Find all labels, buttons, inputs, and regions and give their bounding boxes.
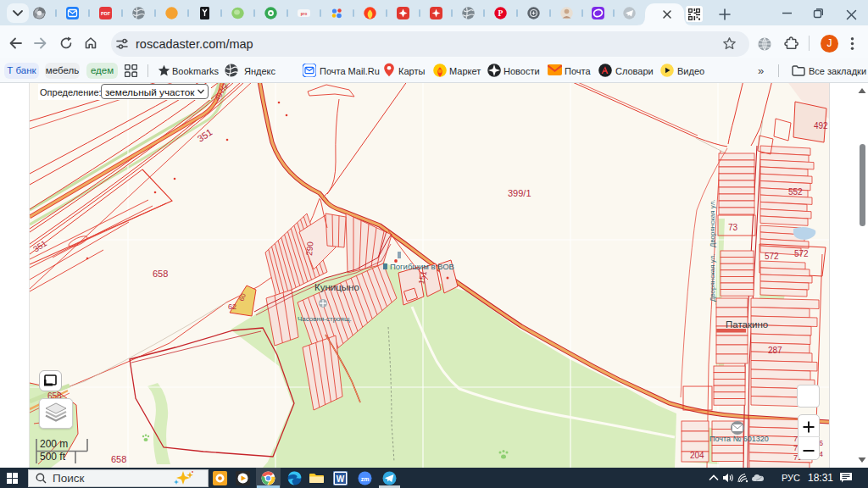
svg-text:658: 658: [153, 269, 168, 279]
svg-text:Куницыно: Куницыно: [314, 282, 359, 292]
svg-text:73: 73: [728, 223, 738, 232]
svg-text:572: 572: [765, 252, 779, 261]
svg-text:Погибшим в ВОВ: Погибшим в ВОВ: [390, 262, 454, 271]
svg-text:Дворянская ул.: Дворянская ул.: [709, 253, 716, 302]
svg-text:pro: pro: [300, 12, 307, 16]
svg-text:204: 204: [690, 451, 704, 460]
svg-text:290: 290: [304, 241, 314, 256]
svg-text:P: P: [498, 9, 503, 18]
svg-text:62: 62: [228, 302, 236, 311]
svg-text:Часовня-строящ.: Часовня-строящ.: [298, 315, 352, 323]
svg-text:W: W: [337, 474, 345, 484]
svg-text:Дворянская ул.: Дворянская ул.: [709, 199, 716, 247]
svg-text:399/1: 399/1: [508, 188, 531, 198]
svg-text:zm: zm: [361, 476, 370, 482]
svg-text:658: 658: [111, 454, 126, 464]
svg-text:PDF: PDF: [101, 11, 111, 16]
svg-text:Почта № 601320: Почта № 601320: [709, 435, 769, 443]
svg-text:287: 287: [768, 346, 782, 355]
svg-text:552: 552: [788, 187, 803, 197]
svg-text:Патакино: Патакино: [726, 319, 768, 330]
svg-text:572: 572: [794, 249, 809, 258]
svg-text:492: 492: [814, 121, 828, 130]
